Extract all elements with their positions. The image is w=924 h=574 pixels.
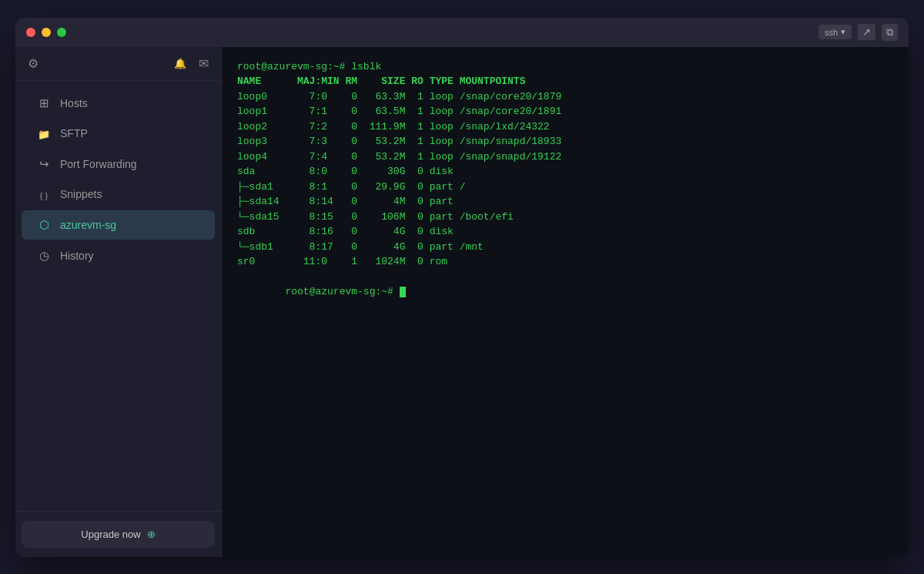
- app-window: ssh ▾ ↗ ⧉: [15, 18, 909, 557]
- close-button[interactable]: [26, 28, 35, 37]
- maximize-button[interactable]: [57, 28, 66, 37]
- terminal-table-header: NAME MAJ:MIN RM SIZE RO TYPE MOUNTPOINTS: [237, 74, 893, 89]
- sidebar-item-port-forwarding-label: Port Forwarding: [60, 158, 137, 170]
- sidebar-item-azurevm-sg[interactable]: azurevm-sg: [22, 210, 215, 240]
- sidebar-item-sftp-label: SFTP: [60, 127, 88, 139]
- active-host-icon: [37, 218, 51, 232]
- terminal-final-prompt: root@azurevm-sg:~#: [237, 270, 893, 315]
- snippets-icon: [37, 188, 51, 201]
- terminal-row-1: loop1 7:1 0 63.5M 1 loop /snap/core20/18…: [237, 104, 893, 119]
- sidebar-item-history[interactable]: History: [22, 241, 215, 270]
- sidebar-item-port-forwarding[interactable]: Port Forwarding: [22, 149, 215, 179]
- terminal-row-7: ├─sda14 8:14 0 4M 0 part: [237, 194, 893, 210]
- terminal-command-line: root@azurevm-sg:~# lsblk: [237, 59, 893, 75]
- upgrade-icon: [147, 529, 156, 540]
- minimize-button[interactable]: [42, 28, 51, 37]
- sidebar-nav: Hosts SFTP Port Forwarding Snippets: [15, 81, 221, 511]
- terminal-row-6: ├─sda1 8:1 0 29.9G 0 part /: [237, 180, 893, 195]
- terminal-row-5: sda 8:0 0 30G 0 disk: [237, 164, 893, 180]
- terminal-row-2: loop2 7:2 0 111.9M 1 loop /snap/lxd/2432…: [237, 119, 893, 135]
- terminal-cursor: [400, 287, 406, 297]
- split-icon: ⧉: [886, 26, 893, 38]
- sidebar-top-icons: [28, 56, 38, 71]
- sidebar-notification-icons: [174, 56, 209, 71]
- email-icon[interactable]: [199, 56, 209, 71]
- terminal-row-8: └─sda15 8:15 0 106M 0 part /boot/efi: [237, 210, 893, 225]
- terminal-row-11: sr0 11:0 1 1024M 0 rom: [237, 254, 893, 270]
- sidebar: Hosts SFTP Port Forwarding Snippets: [15, 47, 222, 557]
- sidebar-top: [15, 47, 221, 81]
- terminal-row-3: loop3 7:3 0 53.2M 1 loop /snap/snapd/189…: [237, 134, 893, 149]
- terminal-row-0: loop0 7:0 0 63.3M 1 loop /snap/core20/18…: [237, 89, 893, 105]
- terminal-row-4: loop4 7:4 0 53.2M 1 loop /snap/snapd/191…: [237, 149, 893, 165]
- session-label-button[interactable]: ssh ▾: [819, 25, 852, 39]
- history-icon: [37, 249, 51, 263]
- share-icon: ↗: [862, 26, 871, 38]
- sidebar-bottom: Upgrade now: [15, 511, 221, 557]
- sidebar-item-snippets-label: Snippets: [60, 188, 102, 200]
- hosts-icon: [37, 96, 51, 110]
- chevron-down-icon: ▾: [841, 27, 845, 37]
- split-button[interactable]: ⧉: [882, 24, 898, 41]
- sidebar-item-hosts[interactable]: Hosts: [22, 89, 215, 118]
- upgrade-button[interactable]: Upgrade now: [22, 521, 215, 548]
- titlebar: ssh ▾ ↗ ⧉: [15, 18, 909, 47]
- titlebar-right: ssh ▾ ↗ ⧉: [819, 24, 898, 41]
- sidebar-item-history-label: History: [60, 250, 94, 262]
- sidebar-item-hosts-label: Hosts: [60, 97, 88, 109]
- settings-icon[interactable]: [28, 56, 38, 71]
- terminal-row-10: └─sdb1 8:17 0 4G 0 part /mnt: [237, 240, 893, 255]
- main-content: Hosts SFTP Port Forwarding Snippets: [15, 47, 909, 557]
- sidebar-item-snippets[interactable]: Snippets: [22, 180, 215, 209]
- session-label: ssh: [825, 28, 838, 37]
- share-button[interactable]: ↗: [858, 24, 875, 40]
- sidebar-item-sftp[interactable]: SFTP: [22, 119, 215, 148]
- upgrade-label: Upgrade now: [81, 529, 140, 540]
- port-forwarding-icon: [37, 157, 51, 171]
- sftp-icon: [37, 127, 51, 140]
- terminal-area[interactable]: root@azurevm-sg:~# lsblk NAME MAJ:MIN RM…: [222, 47, 909, 557]
- terminal-row-9: sdb 8:16 0 4G 0 disk: [237, 224, 893, 240]
- notification-icon[interactable]: [174, 56, 186, 70]
- sidebar-item-azurevm-sg-label: azurevm-sg: [60, 219, 116, 231]
